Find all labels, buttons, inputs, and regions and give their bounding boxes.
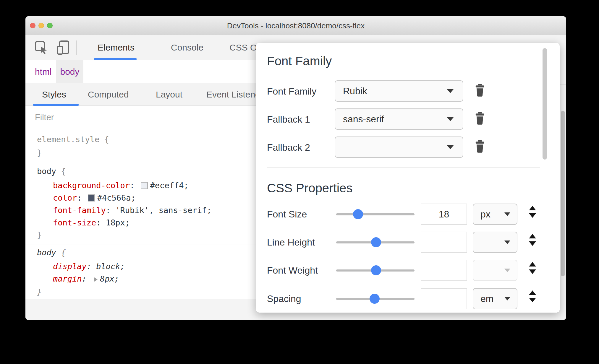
color-swatch[interactable] [141, 182, 148, 189]
line-height-input[interactable] [421, 232, 467, 253]
stepper-up-icon[interactable] [529, 262, 536, 266]
rule-body-close: } [37, 229, 42, 241]
fallback1-select[interactable]: sans-serif [335, 108, 463, 130]
screen: DevTools - localhost:8080/demo/css-flex [0, 0, 599, 364]
trash-icon [474, 94, 486, 98]
font-size-slider[interactable] [336, 213, 415, 215]
font-size-input[interactable] [421, 204, 467, 225]
stepper-down-icon[interactable] [529, 213, 536, 218]
font-size-unit-select[interactable]: px [473, 204, 517, 225]
slider-handle[interactable] [371, 237, 381, 247]
chevron-down-icon [504, 297, 510, 300]
stepper-down-icon[interactable] [529, 298, 536, 302]
property-value[interactable]: #eceff4; [150, 181, 189, 190]
filter-input[interactable] [34, 109, 242, 126]
css-declaration: margin: 8px; [53, 273, 119, 285]
stepper-up-icon[interactable] [529, 234, 536, 238]
titlebar: DevTools - localhost:8080/demo/css-flex [25, 16, 566, 35]
property-name: display [53, 262, 87, 271]
property-name[interactable]: font-size [53, 218, 96, 227]
rule-selector: element.style [37, 135, 99, 144]
font-family-select[interactable]: Rubik [335, 80, 463, 102]
font-family-label: Font Family [267, 86, 316, 97]
tab-computed[interactable]: Computed [88, 83, 129, 106]
inspect-element-button[interactable] [34, 40, 48, 55]
unit-value: em [480, 289, 493, 309]
property-value[interactable]: 18px; [106, 218, 130, 227]
window-scrollbar-thumb[interactable] [561, 111, 565, 276]
tab-layout[interactable]: Layout [156, 83, 182, 106]
rule-ua-close: } [37, 286, 42, 298]
line-height-stepper [529, 234, 537, 246]
stepper-up-icon[interactable] [529, 290, 536, 295]
line-height-slider[interactable] [336, 241, 415, 243]
spacing-label: Spacing [267, 293, 301, 304]
font-weight-unit-select [473, 260, 517, 281]
font-size-stepper [529, 206, 537, 218]
chevron-down-icon [504, 240, 510, 244]
color-swatch[interactable] [88, 194, 95, 202]
font-weight-input[interactable] [421, 260, 467, 281]
trash-icon [474, 150, 486, 155]
rule-selector: body [37, 167, 56, 176]
property-value: 8px; [100, 274, 119, 283]
spacing-unit-select[interactable]: em [473, 288, 517, 309]
tab-elements[interactable]: Elements [98, 35, 135, 60]
breadcrumb-item-html[interactable]: html [35, 60, 52, 83]
stepper-down-icon[interactable] [529, 269, 536, 274]
fallback2-label: Fallback 2 [267, 142, 310, 153]
line-height-unit-select[interactable] [473, 232, 517, 253]
property-name[interactable]: color [53, 193, 77, 202]
delete-fallback1-button[interactable] [474, 111, 486, 126]
delete-fallback2-button[interactable] [474, 139, 486, 154]
property-value[interactable]: 'Rubik', sans-serif; [115, 206, 211, 215]
fallback2-select[interactable] [335, 136, 463, 158]
delete-font-family-button[interactable] [474, 83, 486, 98]
css-declaration: font-family: 'Rubik', sans-serif; [53, 204, 211, 216]
rule-element-style-close: } [37, 147, 42, 159]
property-name[interactable]: background-color [53, 181, 130, 190]
css-declaration: color: #4c566a; [53, 192, 136, 204]
chevron-down-icon [504, 269, 510, 272]
spacing-input[interactable] [421, 288, 467, 309]
font-tools-popup: Font Family Font Family Rubik Fallback 1… [256, 43, 560, 313]
font-family-heading: Font Family [267, 54, 332, 68]
spacing-stepper [529, 290, 537, 302]
section-divider [267, 167, 540, 168]
property-value[interactable]: #4c566a; [97, 193, 136, 202]
expand-shorthand-icon[interactable] [94, 277, 98, 282]
device-toolbar-button[interactable] [56, 40, 72, 55]
property-name[interactable]: font-family [53, 206, 106, 215]
property-value: block; [96, 262, 125, 271]
tab-console[interactable]: Console [171, 35, 203, 60]
popup-scrollbar-track [540, 43, 540, 313]
strip-divider [560, 60, 566, 60]
line-height-label: Line Height [267, 237, 315, 248]
inspect-element-icon [34, 51, 48, 56]
property-name: margin [53, 274, 82, 283]
window-title: DevTools - localhost:8080/demo/css-flex [25, 16, 566, 35]
device-toolbar-icon [56, 52, 72, 56]
css-declaration: font-size: 18px; [53, 217, 130, 229]
stepper-down-icon[interactable] [529, 241, 536, 246]
chevron-down-icon [504, 212, 510, 216]
font-family-value: Rubik [343, 81, 367, 101]
chevron-down-icon [447, 89, 454, 93]
font-weight-stepper [529, 262, 537, 274]
slider-handle[interactable] [353, 209, 363, 219]
css-declaration: display: block; [53, 261, 125, 272]
chevron-down-icon [447, 145, 454, 149]
font-weight-slider[interactable] [336, 269, 415, 272]
chevron-down-icon [447, 117, 454, 121]
fallback1-value: sans-serif [343, 109, 384, 129]
breadcrumb-item-body-chip[interactable]: body [56, 60, 83, 83]
popup-scrollbar-thumb[interactable] [543, 48, 547, 160]
slider-handle[interactable] [371, 265, 381, 275]
stepper-up-icon[interactable] [529, 206, 536, 210]
spacing-slider[interactable] [336, 298, 415, 300]
rule-selector: body [37, 248, 56, 257]
tab-styles[interactable]: Styles [42, 83, 66, 106]
active-tab-underline [94, 58, 137, 60]
rule-ua-open: body { [37, 247, 66, 259]
slider-handle[interactable] [370, 294, 380, 304]
